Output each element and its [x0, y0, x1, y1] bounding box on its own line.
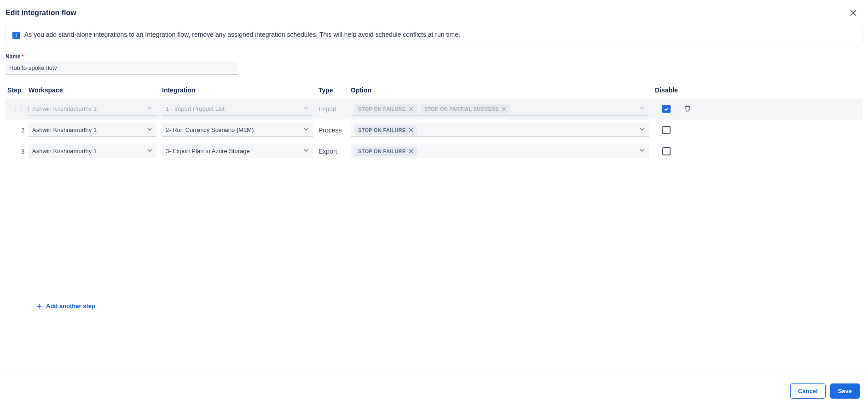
col-header-disable: Disable: [654, 86, 678, 94]
steps-table: Step Workspace Integration Type Option D…: [6, 83, 862, 162]
disable-checkbox[interactable]: [662, 147, 671, 155]
chevron-down-icon: [639, 147, 645, 155]
workspace-select[interactable]: Ashwin Krishnamurthy 1: [29, 123, 156, 137]
option-select[interactable]: STOP ON FAILURE: [351, 144, 649, 158]
step-row: 3 Ashwin Krishnamurthy 1 3- Export Plan …: [6, 141, 862, 162]
option-tag: STOP ON PARTIAL SUCCESS: [421, 104, 510, 114]
col-header-type: Type: [318, 86, 351, 94]
name-field-label: Name*: [6, 53, 862, 60]
edit-integration-flow-modal: Edit integration flow i As you add stand…: [0, 0, 868, 406]
type-cell: Process: [318, 126, 351, 134]
add-step-button[interactable]: Add another step: [34, 300, 97, 312]
disable-checkbox[interactable]: [662, 126, 671, 134]
modal-body: i As you add stand-alone integrations to…: [0, 25, 868, 376]
modal-header: Edit integration flow: [0, 0, 868, 25]
integration-select[interactable]: 2- Run Currency Scenario (M2M): [162, 123, 313, 137]
steps-header-row: Step Workspace Integration Type Option D…: [6, 83, 862, 98]
step-row: ⋮⋮ 1 Ashwin Krishnamurthy 1 1 - Import P…: [6, 98, 862, 120]
chevron-down-icon: [639, 126, 645, 134]
chevron-down-icon: [146, 147, 153, 155]
disable-checkbox[interactable]: [662, 105, 671, 113]
step-number-cell: 3: [7, 148, 29, 155]
chevron-down-icon: [303, 126, 309, 134]
integration-select[interactable]: 3- Export Plan to Azure Storage: [162, 144, 313, 158]
col-header-integration: Integration: [162, 86, 318, 94]
col-header-option: Option: [351, 86, 654, 94]
option-tag: STOP ON FAILURE: [354, 147, 417, 156]
chevron-down-icon: [146, 105, 153, 113]
integration-select[interactable]: 1 - Import Product List: [162, 102, 313, 116]
tag-remove-icon[interactable]: [409, 149, 413, 154]
close-icon: [849, 8, 858, 17]
col-header-workspace: Workspace: [29, 86, 162, 94]
delete-step-button[interactable]: [682, 103, 693, 115]
chevron-down-icon: [639, 105, 645, 113]
trash-icon: [684, 105, 691, 114]
name-input[interactable]: [6, 62, 238, 74]
info-banner: i As you add stand-alone integrations to…: [6, 25, 862, 45]
modal-title: Edit integration flow: [6, 9, 76, 17]
col-header-step: Step: [7, 86, 29, 94]
workspace-select[interactable]: Ashwin Krishnamurthy 1: [29, 102, 156, 116]
option-select[interactable]: STOP ON FAILURE STOP ON PARTIAL SUCCESS: [351, 102, 649, 116]
option-tag: STOP ON FAILURE: [354, 126, 417, 135]
info-icon: i: [12, 32, 20, 39]
step-number-cell: ⋮⋮ 1: [7, 106, 29, 113]
tag-remove-icon[interactable]: [502, 107, 506, 111]
drag-handle-icon[interactable]: ⋮⋮: [13, 106, 24, 112]
option-tag: STOP ON FAILURE: [354, 104, 417, 114]
chevron-down-icon: [146, 126, 153, 134]
modal-footer: Cancel Save: [0, 376, 868, 406]
cancel-button[interactable]: Cancel: [790, 383, 826, 399]
type-cell: Import: [318, 105, 351, 113]
step-row: 2 Ashwin Krishnamurthy 1 2- Run Currency…: [6, 120, 862, 141]
info-banner-text: As you add stand-alone integrations to a…: [24, 31, 460, 38]
workspace-select[interactable]: Ashwin Krishnamurthy 1: [29, 144, 156, 158]
tag-remove-icon[interactable]: [409, 107, 413, 111]
save-button[interactable]: Save: [830, 383, 860, 399]
required-star: *: [22, 53, 24, 60]
close-button[interactable]: [847, 6, 860, 19]
option-select[interactable]: STOP ON FAILURE: [351, 123, 649, 137]
plus-icon: [36, 303, 42, 309]
tag-remove-icon[interactable]: [409, 128, 413, 132]
chevron-down-icon: [303, 147, 309, 155]
chevron-down-icon: [303, 105, 309, 113]
type-cell: Export: [318, 148, 351, 155]
step-number-cell: 2: [7, 127, 29, 134]
